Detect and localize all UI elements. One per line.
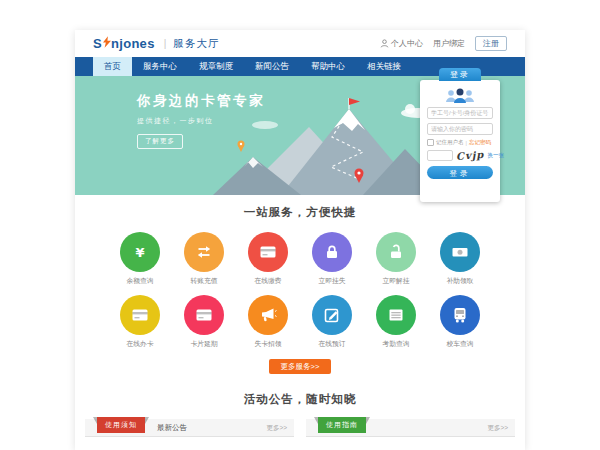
- services-grid: ¥ 余额查询 转账充值: [75, 232, 525, 349]
- page-container: S njones | 服务大厅 个人中心 用户绑定 注册 首页 服务中心 规章制…: [75, 30, 525, 450]
- edit-icon: [312, 295, 352, 335]
- captcha-image[interactable]: Cvjp: [456, 149, 485, 162]
- remember-divider: |: [466, 140, 467, 146]
- guide-more-link[interactable]: 更多>>: [487, 419, 508, 436]
- service-item-balance[interactable]: ¥ 余额查询: [119, 232, 161, 286]
- service-item-report-loss[interactable]: 立即挂失: [311, 232, 353, 286]
- service-label: 在线预订: [311, 339, 353, 349]
- header-links: 个人中心 用户绑定 注册: [380, 36, 507, 51]
- service-label: 补助领取: [439, 276, 481, 286]
- lock-icon: [312, 232, 352, 272]
- service-item-apply-card[interactable]: 在线办卡: [119, 295, 161, 349]
- service-item-subsidy[interactable]: 补助领取: [439, 232, 481, 286]
- service-label: 失卡招领: [247, 339, 289, 349]
- login-panel: 登录 记住用户名 | 忘记密码 Cvjp 换一张 登录: [420, 80, 500, 202]
- bus-icon: [440, 295, 480, 335]
- notice-more-link[interactable]: 更多>>: [266, 419, 287, 436]
- remember-row: 记住用户名 | 忘记密码: [427, 139, 493, 146]
- hero-copy: 你身边的卡管专家 提供捷径，一步到位 了解更多: [137, 92, 265, 149]
- announcements-section: 活动公告，随时知晓 使用须知 最新公告 更多>> 使用指南 更多>>: [75, 392, 525, 437]
- card-icon: [120, 295, 160, 335]
- logo-text-prefix: S: [93, 36, 102, 51]
- service-label: 考勤查询: [375, 339, 417, 349]
- user-binding-link[interactable]: 用户绑定: [433, 38, 465, 49]
- register-button[interactable]: 注册: [475, 36, 507, 51]
- unlock-icon: [376, 232, 416, 272]
- personal-center-link[interactable]: 个人中心: [380, 38, 423, 49]
- service-label: 转账充值: [183, 276, 225, 286]
- service-item-transfer[interactable]: 转账充值: [183, 232, 225, 286]
- card-icon: [248, 232, 288, 272]
- list-icon: [376, 295, 416, 335]
- guide-panel-bar: 使用指南 更多>>: [306, 419, 515, 437]
- yen-icon: ¥: [120, 232, 160, 272]
- service-label: 在线缴费: [247, 276, 289, 286]
- password-input[interactable]: [427, 123, 493, 135]
- logo[interactable]: S njones | 服务大厅: [93, 34, 219, 54]
- latest-announcements-tab[interactable]: 最新公告: [157, 419, 187, 436]
- change-captcha-link[interactable]: 换一张: [487, 152, 504, 159]
- captcha-input[interactable]: [427, 150, 453, 161]
- services-row-1: ¥ 余额查询 转账充值: [75, 232, 525, 286]
- remember-label: 记住用户名: [436, 139, 464, 146]
- hero-cta-button[interactable]: 了解更多: [137, 134, 183, 149]
- login-submit-button[interactable]: 登录: [427, 166, 493, 179]
- personal-center-label: 个人中心: [391, 38, 423, 49]
- announcements-heading: 活动公告，随时知晓: [75, 392, 525, 407]
- service-item-attendance[interactable]: 考勤查询: [375, 295, 417, 349]
- nav-item-home[interactable]: 首页: [93, 57, 132, 76]
- service-item-card-extend[interactable]: 卡片延期: [183, 295, 225, 349]
- remember-checkbox[interactable]: [427, 139, 434, 146]
- hero-subtitle: 提供捷径，一步到位: [137, 116, 265, 126]
- top-header: S njones | 服务大厅 个人中心 用户绑定 注册: [75, 30, 525, 57]
- guide-panel: 使用指南 更多>>: [306, 419, 515, 437]
- username-input[interactable]: [427, 107, 493, 119]
- logo-divider: |: [164, 38, 167, 49]
- nav-item-help[interactable]: 帮助中心: [300, 57, 356, 76]
- service-item-pay[interactable]: 在线缴费: [247, 232, 289, 286]
- megaphone-icon: [248, 295, 288, 335]
- service-label: 立即挂失: [311, 276, 353, 286]
- service-item-lost-found[interactable]: 失卡招领: [247, 295, 289, 349]
- service-item-unfreeze[interactable]: 立即解挂: [375, 232, 417, 286]
- hero-title: 你身边的卡管专家: [137, 92, 265, 110]
- usage-notice-ribbon[interactable]: 使用须知: [97, 417, 145, 433]
- service-label: 余额查询: [119, 276, 161, 286]
- notice-panel-bar: 使用须知 最新公告 更多>>: [85, 419, 294, 437]
- services-section: 一站服务，方便快捷 ¥ 余额查询 转账充值: [75, 195, 525, 374]
- user-guide-ribbon[interactable]: 使用指南: [318, 417, 366, 433]
- logo-text-suffix: njones: [111, 36, 155, 51]
- services-heading: 一站服务，方便快捷: [75, 205, 525, 220]
- service-item-school-bus[interactable]: 校车查询: [439, 295, 481, 349]
- lightning-bolt-icon: [103, 34, 111, 52]
- site-title: 服务大厅: [173, 37, 219, 51]
- banknote-icon: [440, 232, 480, 272]
- forgot-password-link[interactable]: 忘记密码: [469, 139, 491, 146]
- services-row-2: 在线办卡 卡片延期 失卡招领: [75, 295, 525, 349]
- nav-item-rules[interactable]: 规章制度: [188, 57, 244, 76]
- captcha-row: Cvjp 换一张: [427, 150, 493, 161]
- svg-text:¥: ¥: [135, 245, 144, 260]
- service-label: 校车查询: [439, 339, 481, 349]
- notice-panel: 使用须知 最新公告 更多>>: [85, 419, 294, 437]
- service-item-booking[interactable]: 在线预订: [311, 295, 353, 349]
- announcement-panels: 使用须知 最新公告 更多>> 使用指南 更多>>: [75, 419, 525, 437]
- users-icon: [443, 87, 477, 104]
- user-binding-label: 用户绑定: [433, 38, 465, 49]
- login-tab[interactable]: 登录: [439, 68, 481, 81]
- nav-item-service-center[interactable]: 服务中心: [132, 57, 188, 76]
- service-label: 立即解挂: [375, 276, 417, 286]
- card-icon: [184, 295, 224, 335]
- transfer-icon: [184, 232, 224, 272]
- nav-item-links[interactable]: 相关链接: [356, 57, 412, 76]
- user-icon: [380, 39, 389, 48]
- more-services-button[interactable]: 更多服务>>: [269, 359, 331, 374]
- nav-item-news[interactable]: 新闻公告: [244, 57, 300, 76]
- service-label: 在线办卡: [119, 339, 161, 349]
- service-label: 卡片延期: [183, 339, 225, 349]
